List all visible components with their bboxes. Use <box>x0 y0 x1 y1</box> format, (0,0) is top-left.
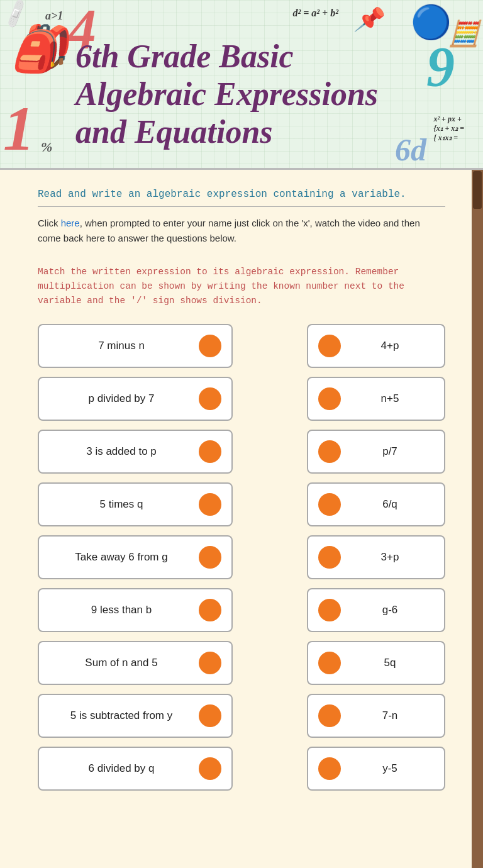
left-dot-8[interactable] <box>199 704 221 727</box>
right-card-2[interactable]: n+5 <box>307 377 445 421</box>
left-card-8[interactable]: 5 is subtracted from y <box>38 694 233 738</box>
right-dot-4[interactable] <box>318 493 341 516</box>
right-card-9[interactable]: y-5 <box>307 747 445 791</box>
left-card-1-text: 7 minus n <box>49 340 194 352</box>
left-dot-5[interactable] <box>199 546 221 569</box>
left-card-7-text: Sum of n and 5 <box>49 657 194 669</box>
left-card-3-text: 3 is added to p <box>49 445 194 458</box>
right-card-9-text: y-5 <box>346 762 434 775</box>
right-card-2-text: n+5 <box>346 392 434 405</box>
right-card-5[interactable]: 3+p <box>307 535 445 579</box>
left-dot-1[interactable] <box>199 335 221 357</box>
deco-x2-formula: x² + px +{x₁ + x₂ ={ x₁x₂ = <box>434 114 464 143</box>
left-card-4[interactable]: 5 times q <box>38 482 233 526</box>
deco-d2-formula: d² = a² + b² <box>292 8 338 19</box>
match-row-4: 5 times q 6/q <box>38 482 445 526</box>
match-row-2: p divided by 7 n+5 <box>38 377 445 421</box>
click-instruction: Click here, when prompted to enter your … <box>38 216 445 246</box>
thumbtack-icon: 📌 <box>354 6 382 34</box>
left-card-5[interactable]: Take away 6 from g <box>38 535 233 579</box>
deco-cursive: 6d <box>395 131 426 168</box>
header-title: 6th Grade Basic Algebraic Expressions an… <box>75 38 420 150</box>
match-row-3: 3 is added to p p/7 <box>38 430 445 474</box>
left-dot-9[interactable] <box>199 757 221 780</box>
right-card-1-text: 4+p <box>346 340 434 352</box>
right-dot-7[interactable] <box>318 652 341 674</box>
right-dot-8[interactable] <box>318 704 341 727</box>
scrollbar-thumb[interactable] <box>473 171 482 209</box>
right-card-6-text: g-6 <box>346 604 434 616</box>
left-dot-2[interactable] <box>199 387 221 410</box>
left-card-9[interactable]: 6 divided by q <box>38 747 233 791</box>
deco-number-1: 1 <box>3 92 35 165</box>
right-card-6[interactable]: g-6 <box>307 588 445 632</box>
right-card-4[interactable]: 6/q <box>307 482 445 526</box>
left-dot-3[interactable] <box>199 440 221 463</box>
match-row-5: Take away 6 from g 3+p <box>38 535 445 579</box>
match-area: 7 minus n 4+p p divided by 7 n+5 3 is ad… <box>38 324 445 791</box>
right-card-7[interactable]: 5q <box>307 641 445 685</box>
deco-a-text: a>1 <box>45 9 63 23</box>
main-content: Read and write an algebraic expression c… <box>0 170 483 868</box>
deco-percent: % <box>41 139 52 155</box>
left-card-7[interactable]: Sum of n and 5 <box>38 641 233 685</box>
match-row-6: 9 less than b g-6 <box>38 588 445 632</box>
right-card-3[interactable]: p/7 <box>307 430 445 474</box>
right-card-7-text: 5q <box>346 657 434 669</box>
left-dot-7[interactable] <box>199 652 221 674</box>
deco-number-9: 9 <box>426 35 455 99</box>
scrollbar[interactable] <box>472 170 483 868</box>
right-dot-6[interactable] <box>318 599 341 621</box>
match-row-1: 7 minus n 4+p <box>38 324 445 368</box>
header-banner: 🩹 a>1 4 d² = a² + b² 📌 🔵 🧮 9 1 % 🎒 6th G… <box>0 0 483 170</box>
right-card-8[interactable]: 7-n <box>307 694 445 738</box>
match-row-9: 6 divided by q y-5 <box>38 747 445 791</box>
right-dot-2[interactable] <box>318 387 341 410</box>
read-write-instruction: Read and write an algebraic expression c… <box>38 189 445 207</box>
click-rest: , when prompted to enter your name just … <box>38 218 420 243</box>
right-card-5-text: 3+p <box>346 551 434 564</box>
match-row-7: Sum of n and 5 5q <box>38 641 445 685</box>
right-dot-1[interactable] <box>318 335 341 357</box>
left-card-5-text: Take away 6 from g <box>49 551 194 564</box>
left-dot-4[interactable] <box>199 493 221 516</box>
right-card-3-text: p/7 <box>346 445 434 458</box>
left-card-4-text: 5 times q <box>49 498 194 511</box>
click-label: Click <box>38 218 61 228</box>
right-card-8-text: 7-n <box>346 709 434 722</box>
left-card-1[interactable]: 7 minus n <box>38 324 233 368</box>
left-card-9-text: 6 divided by q <box>49 762 194 775</box>
right-dot-5[interactable] <box>318 546 341 569</box>
left-card-6[interactable]: 9 less than b <box>38 588 233 632</box>
here-link[interactable]: here <box>61 218 80 228</box>
left-card-8-text: 5 is subtracted from y <box>49 709 194 722</box>
right-card-1[interactable]: 4+p <box>307 324 445 368</box>
left-card-3[interactable]: 3 is added to p <box>38 430 233 474</box>
left-card-2[interactable]: p divided by 7 <box>38 377 233 421</box>
match-instruction: Match the written expression to its alge… <box>38 265 445 309</box>
right-dot-9[interactable] <box>318 757 341 780</box>
match-row-8: 5 is subtracted from y 7-n <box>38 694 445 738</box>
left-dot-6[interactable] <box>199 599 221 621</box>
backpack-icon: 🎒 <box>11 22 68 78</box>
right-card-4-text: 6/q <box>346 498 434 511</box>
right-dot-3[interactable] <box>318 440 341 463</box>
left-card-2-text: p divided by 7 <box>49 392 194 405</box>
left-card-6-text: 9 less than b <box>49 604 194 616</box>
